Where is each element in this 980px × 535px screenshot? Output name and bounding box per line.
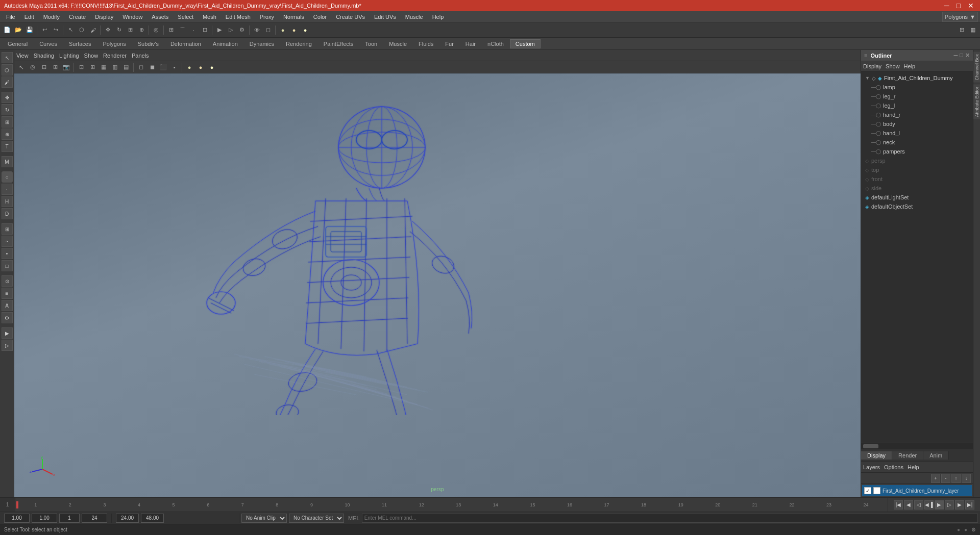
outliner-menu-show[interactable]: Show (886, 63, 900, 69)
tree-item-neck[interactable]: —◯ neck (861, 138, 973, 147)
new-layer-btn[interactable]: + (931, 474, 940, 483)
shelf-tab-subdivs[interactable]: Subdiv's (132, 39, 164, 48)
paint-select-icon[interactable]: 🖌 (88, 25, 98, 35)
side-tab-channel-box[interactable]: Channel Box (973, 52, 981, 83)
tree-item-top[interactable]: ◇ top (861, 165, 973, 174)
light-sphere-3-icon[interactable]: ● (300, 25, 310, 35)
lasso-select-btn[interactable]: ⬡ (2, 64, 13, 75)
shelf-tab-toon[interactable]: Toon (359, 39, 383, 48)
vp-shade-wire-icon[interactable]: ◻ (136, 62, 146, 72)
menu-select[interactable]: Select (174, 13, 198, 21)
snap-grid-icon[interactable]: ⊞ (166, 25, 176, 35)
shelf-tab-ncloth[interactable]: nCloth (482, 39, 509, 48)
prev-key-btn[interactable]: ◁ (914, 500, 923, 509)
layout-icon[interactable]: ⊞ (957, 25, 967, 35)
undo-icon[interactable]: ↩ (39, 25, 50, 35)
move-icon[interactable]: ✥ (103, 25, 113, 35)
vp-light-2-icon[interactable]: ● (195, 62, 206, 72)
hierarchy-btn[interactable]: H (2, 196, 13, 207)
maximize-button[interactable]: □ (954, 2, 963, 10)
ipr-render-icon[interactable]: ▷ (226, 25, 236, 35)
soft-select-icon[interactable]: ◎ (151, 25, 161, 35)
shelf-tab-curves[interactable]: Curves (34, 39, 63, 48)
viewport-menu-lighting[interactable]: Lighting (59, 53, 79, 59)
vp-layout-2[interactable]: ⊞ (87, 62, 97, 72)
playback-end-input[interactable] (82, 514, 107, 523)
layer-tab-layers[interactable]: Layers (863, 464, 880, 470)
tree-item-pampers[interactable]: —◯ pampers (861, 147, 973, 156)
quick-layout-icon[interactable]: ▦ (968, 25, 978, 35)
select-mode-btn[interactable]: ↖ (2, 52, 13, 63)
display-layer-icon[interactable]: ◻ (263, 25, 273, 35)
tool-settings-btn[interactable]: ⚙ (2, 312, 13, 323)
mel-input[interactable] (362, 514, 978, 523)
universal-btn[interactable]: ⊕ (2, 129, 13, 140)
lasso-icon[interactable]: ⬡ (77, 25, 87, 35)
key-frame-input[interactable] (59, 514, 80, 523)
show-manip-btn[interactable]: M (2, 156, 13, 167)
timeline-track[interactable]: 1 2 3 4 5 6 7 8 9 10 11 12 13 14 15 16 1 (15, 498, 888, 512)
render-seq-btn[interactable]: ▶ (2, 327, 13, 339)
vp-cam-icon[interactable]: 📷 (61, 62, 71, 72)
shelf-tab-deformation[interactable]: Deformation (165, 39, 207, 48)
outliner-menu-display[interactable]: Display (863, 63, 881, 69)
viewport-menu-panels[interactable]: Panels (132, 53, 149, 59)
anim-end-input[interactable] (141, 514, 164, 523)
render-icon[interactable]: ▶ (214, 25, 225, 35)
shelf-tab-fur[interactable]: Fur (439, 39, 459, 48)
layer-tab-options[interactable]: Options (884, 464, 903, 470)
snap-to-view-btn[interactable]: □ (2, 260, 13, 271)
tree-item-hand-r[interactable]: —◯ hand_r (861, 110, 973, 119)
scale-icon[interactable]: ⊞ (125, 25, 135, 35)
layer-item[interactable]: ✓ First_Aid_Children_Dummy_layer (862, 485, 972, 496)
vp-shade-tex-icon[interactable]: ▪ (169, 62, 180, 72)
last-tool-btn[interactable]: T (2, 141, 13, 152)
menu-create[interactable]: Create (65, 13, 90, 21)
shelf-tab-painteffects[interactable]: PaintEffects (318, 39, 359, 48)
menu-window[interactable]: Window (118, 13, 146, 21)
menu-display[interactable]: Display (91, 13, 117, 21)
vp-layout-4[interactable]: ▥ (110, 62, 120, 72)
vp-layout-1[interactable]: ⊡ (76, 62, 86, 72)
outliner-tab-anim[interactable]: Anim (923, 451, 949, 460)
vp-layout-5[interactable]: ▤ (121, 62, 131, 72)
layer-up-btn[interactable]: ↑ (951, 474, 961, 483)
snap-curve-icon[interactable]: ⌒ (177, 25, 187, 35)
menu-normals[interactable]: Normals (279, 13, 308, 21)
char-set-select[interactable]: No Character Set (289, 514, 344, 523)
tree-item-hand-l[interactable]: —◯ hand_l (861, 129, 973, 138)
shelf-tab-surfaces[interactable]: Surfaces (63, 39, 96, 48)
tree-item-default-light-set[interactable]: ◈ defaultLightSet (861, 193, 973, 202)
menu-color[interactable]: Color (309, 13, 331, 21)
tree-item-front[interactable]: ◇ front (861, 174, 973, 184)
vp-focus-icon[interactable]: ◎ (28, 62, 38, 72)
outliner-menu-help[interactable]: Help (904, 63, 916, 69)
deform-mode-btn[interactable]: D (2, 208, 13, 219)
menu-muscle[interactable]: Muscle (401, 13, 427, 21)
vp-light-3-icon[interactable]: ● (207, 62, 217, 72)
snap-point-icon[interactable]: · (188, 25, 199, 35)
shelf-tab-custom[interactable]: Custom (510, 39, 541, 48)
anim-clip-select[interactable]: No Anim Clip (241, 514, 287, 523)
layer-tab-help[interactable]: Help (908, 464, 919, 470)
layer-down-btn[interactable]: ↓ (962, 474, 971, 483)
layer-visibility-checkbox[interactable]: ✓ (864, 487, 871, 494)
vp-shade-flat-icon[interactable]: ◼ (147, 62, 157, 72)
shelf-tab-polygons[interactable]: Polygons (97, 39, 131, 48)
tree-item-leg-r[interactable]: —◯ leg_r (861, 92, 973, 101)
tree-item-body[interactable]: —◯ body (861, 119, 973, 129)
prev-frame-btn[interactable]: ◀ (904, 500, 913, 509)
layer-render-checkbox[interactable] (873, 487, 880, 494)
play-back-btn[interactable]: ◀▐ (924, 500, 934, 509)
menu-edit[interactable]: Edit (20, 13, 38, 21)
show-hide-icon[interactable]: 👁 (252, 25, 262, 35)
vp-layout-3[interactable]: ▦ (99, 62, 109, 72)
snap-to-point-btn[interactable]: • (2, 248, 13, 259)
menu-edit-uvs[interactable]: Edit UVs (370, 13, 400, 21)
viewport-menu-view[interactable]: View (16, 53, 29, 59)
history-btn[interactable]: ⊙ (2, 275, 13, 287)
viewport-menu-shading[interactable]: Shading (34, 53, 54, 59)
tree-item-root[interactable]: ▼ ◇ ◆ First_Aid_Children_Dummy (861, 73, 973, 83)
shelf-tab-hair[interactable]: Hair (460, 39, 481, 48)
tree-item-default-object-set[interactable]: ◈ defaultObjectSet (861, 202, 973, 211)
